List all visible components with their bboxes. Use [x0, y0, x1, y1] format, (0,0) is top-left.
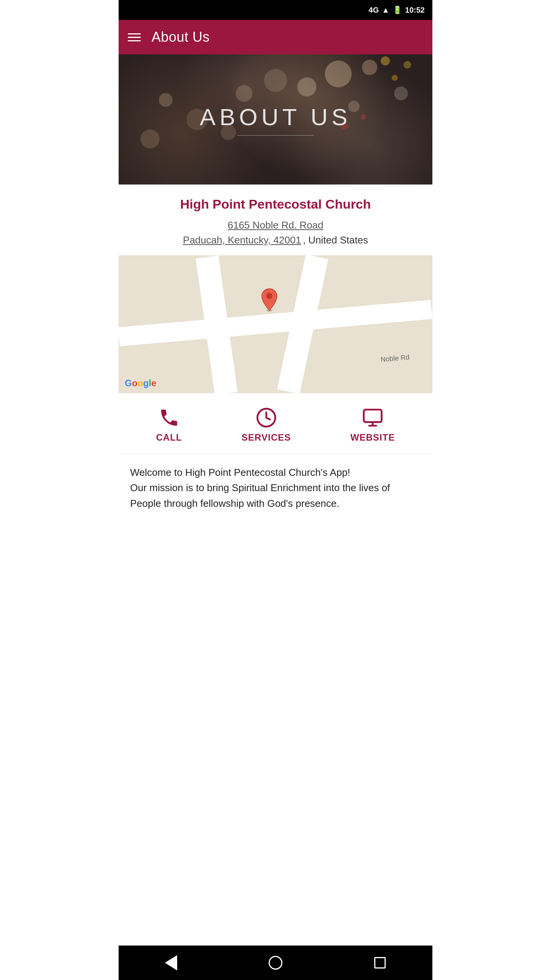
bokeh-gold-2 — [392, 75, 398, 81]
status-icons: 4G ▲ 🔋 10:52 — [368, 5, 425, 15]
google-letter-g2: g — [143, 378, 149, 388]
welcome-text: Welcome to High Point Pentecostal Church… — [119, 454, 432, 526]
church-name: High Point Pentecostal Church — [130, 197, 421, 212]
hero-title: ABOUT US — [200, 103, 351, 131]
hero-text-container: ABOUT US — [200, 103, 351, 136]
status-bar: 4G ▲ 🔋 10:52 — [119, 0, 432, 20]
google-letter-o2: o — [137, 378, 143, 388]
call-button[interactable]: CALL — [156, 407, 182, 443]
menu-line-1 — [128, 33, 141, 34]
bokeh-2 — [297, 77, 316, 96]
monitor-icon — [362, 407, 383, 428]
bokeh-red-2 — [361, 114, 366, 119]
google-logo: Google — [125, 378, 156, 389]
address-line1: 6165 Noble Rd. Road — [228, 219, 323, 231]
phone-icon — [158, 407, 180, 428]
action-buttons: CALL SERVICES WEBSITE — [119, 393, 432, 454]
bokeh-1 — [325, 60, 352, 87]
clock-icon — [256, 407, 277, 428]
toolbar: About Us — [119, 20, 432, 54]
map-container[interactable]: Noble Rd Google — [119, 255, 432, 393]
nav-recent-button[interactable] — [368, 951, 391, 974]
services-button[interactable]: SERVICES — [241, 407, 291, 443]
church-info: High Point Pentecostal Church 6165 Noble… — [119, 185, 432, 255]
services-label: SERVICES — [241, 432, 291, 443]
google-letter-e: e — [151, 378, 156, 388]
menu-line-3 — [128, 40, 141, 41]
bottom-nav — [119, 946, 432, 980]
toolbar-title: About Us — [152, 29, 210, 45]
website-button[interactable]: WEBSITE — [350, 407, 395, 443]
battery-icon: 🔋 — [393, 5, 402, 15]
bokeh-gold-3 — [403, 61, 411, 69]
noble-rd-label: Noble Rd — [380, 353, 410, 364]
google-letter-o1: o — [132, 378, 138, 388]
website-label: WEBSITE — [350, 432, 395, 443]
address-line2: Paducah, Kentucky, 42001 — [183, 234, 301, 246]
recent-square-icon — [374, 957, 386, 969]
welcome-message: Welcome to High Point Pentecostal Church… — [130, 467, 390, 509]
map-pin-svg — [260, 287, 279, 312]
menu-line-2 — [128, 37, 141, 38]
back-triangle-icon — [165, 955, 177, 970]
signal-icon: ▲ — [382, 6, 390, 15]
hero-divider — [237, 135, 314, 136]
bokeh-9 — [140, 129, 160, 149]
map-pin — [260, 287, 279, 313]
hero-banner: ABOUT US — [119, 54, 432, 185]
bokeh-4 — [264, 69, 287, 92]
home-circle-icon — [269, 956, 282, 970]
bokeh-5 — [236, 85, 253, 102]
network-indicator: 4G — [368, 6, 379, 15]
clock: 10:52 — [405, 6, 425, 15]
address-country: , United States — [303, 234, 368, 246]
church-address[interactable]: 6165 Noble Rd. Road Paducah, Kentucky, 4… — [130, 218, 421, 248]
nav-back-button[interactable] — [160, 951, 183, 974]
svg-rect-3 — [364, 410, 382, 422]
bokeh-11 — [394, 87, 408, 100]
bokeh-gold-1 — [381, 56, 390, 65]
menu-button[interactable] — [128, 33, 141, 41]
bokeh-3 — [362, 60, 377, 75]
nav-home-button[interactable] — [264, 951, 287, 974]
svg-point-1 — [266, 293, 272, 299]
call-label: CALL — [156, 432, 182, 443]
bokeh-7 — [159, 93, 173, 107]
google-letter-g: G — [125, 378, 132, 388]
